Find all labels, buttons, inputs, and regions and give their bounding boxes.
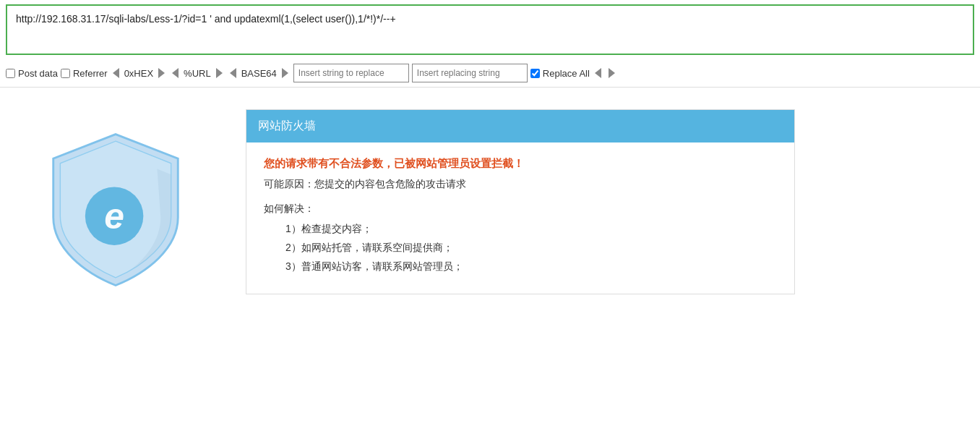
error-title: 您的请求带有不合法参数，已被网站管理员设置拦截！ [264, 157, 777, 171]
url-right-arrow[interactable] [214, 67, 225, 79]
url-left-arrow[interactable] [170, 67, 181, 79]
replace-all-button[interactable]: Replace All [543, 68, 590, 79]
svg-text:e: e [104, 196, 124, 237]
nav-prev-button[interactable] [593, 67, 603, 79]
toolbar: Post data Referrer 0xHEX %URL BASE64 Rep… [0, 59, 980, 88]
oxhex-left-arrow[interactable] [111, 67, 121, 79]
url-bar[interactable]: http://192.168.31.17/sqli-labs/Less-1/?i… [6, 4, 974, 55]
post-data-checkbox[interactable] [6, 69, 15, 78]
main-content: e 网站防火墙 您的请求带有不合法参数，已被网站管理员设置拦截！ 可能原因：您提… [0, 88, 980, 333]
url-encode-item: %URL [170, 67, 225, 79]
post-data-label: Post data [18, 68, 58, 79]
steps-list: 1）检查提交内容； 2）如网站托管，请联系空间提供商； 3）普通网站访客，请联系… [264, 223, 777, 273]
base64-item: BASE64 [228, 67, 291, 79]
referrer-label: Referrer [73, 68, 108, 79]
base64-right-arrow[interactable] [280, 67, 291, 79]
insert-string-input[interactable] [293, 64, 409, 82]
post-data-item: Post data [6, 68, 58, 79]
firewall-body: 您的请求带有不合法参数，已被网站管理员设置拦截！ 可能原因：您提交的内容包含危险… [246, 142, 794, 294]
referrer-checkbox[interactable] [61, 69, 70, 78]
url-label: %URL [184, 68, 211, 79]
step-3: 3）普通网站访客，请联系网站管理员； [285, 260, 777, 273]
shield-area: e [14, 109, 217, 312]
step-1: 1）检查提交内容； [285, 223, 777, 236]
shield-icon: e [36, 127, 195, 294]
insert-replacing-input[interactable] [412, 64, 528, 82]
base64-label: BASE64 [241, 68, 277, 79]
oxhex-label: 0xHEX [124, 68, 153, 79]
oxhex-item: 0xHEX [111, 67, 167, 79]
url-text: http://192.168.31.17/sqli-labs/Less-1/?i… [16, 13, 396, 25]
replace-all-item: Replace All [530, 68, 590, 79]
reason-text: 可能原因：您提交的内容包含危险的攻击请求 [264, 178, 777, 191]
oxhex-right-arrow[interactable] [156, 67, 167, 79]
firewall-panel: 网站防火墙 您的请求带有不合法参数，已被网站管理员设置拦截！ 可能原因：您提交的… [246, 109, 795, 294]
how-to-label: 如何解决： [264, 203, 777, 216]
nav-next-button[interactable] [606, 67, 617, 79]
step-2: 2）如网站托管，请联系空间提供商； [285, 242, 777, 255]
firewall-header: 网站防火墙 [246, 110, 794, 142]
replace-all-checkbox[interactable] [530, 69, 540, 78]
base64-left-arrow[interactable] [228, 67, 238, 79]
referrer-item: Referrer [61, 68, 108, 79]
